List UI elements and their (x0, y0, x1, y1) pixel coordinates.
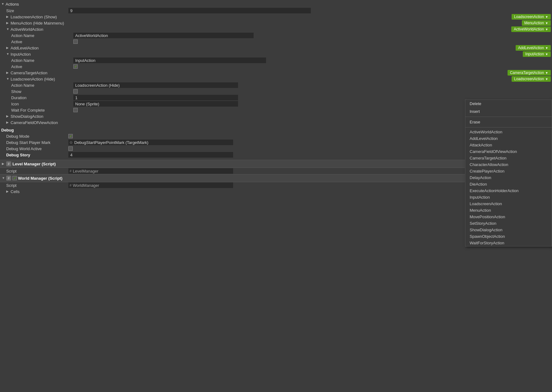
loadscreen-show-label: LoadscreenAction (Show) (11, 15, 57, 19)
add-level-triangle[interactable] (6, 46, 10, 50)
menu-action-arrow: ▼ (545, 21, 548, 25)
active-world-name-input[interactable] (73, 33, 254, 38)
inspector-panel: Actions Size LoadscreenAction (Show) Loa… (0, 0, 552, 392)
loadscreen-hide-row: LoadscreenAction (Hide) LoadscreenAction… (0, 76, 552, 82)
ctx-die[interactable]: DieAction (465, 181, 552, 187)
camera-fov-triangle[interactable] (6, 121, 10, 124)
loadscreen-hide-duration-input[interactable] (73, 95, 238, 100)
input-action-badge[interactable]: InputAction ▼ (523, 51, 551, 57)
menu-action-badge[interactable]: MenuAction ▼ (522, 20, 551, 26)
debug-mode-label: Debug Mode (6, 134, 29, 139)
ctx-active-world[interactable]: ActiveWorldAction (465, 129, 552, 135)
ctx-camera-fov[interactable]: CameraFieldOfViewAction (465, 148, 552, 155)
menu-action-triangle[interactable] (6, 21, 10, 25)
ctx-spawn-object[interactable]: SpawnObjectAction (465, 233, 552, 240)
camera-target-triangle[interactable] (6, 71, 10, 75)
ctx-show-dialog[interactable]: ShowDialogAction (465, 227, 552, 233)
input-action-name-input[interactable] (73, 58, 266, 63)
ctx-wait-story[interactable]: WaitForStoryAction (465, 240, 552, 246)
cells-triangle[interactable] (6, 190, 10, 193)
loadscreen-show-arrow: ▼ (545, 15, 548, 19)
loadscreen-hide-show-label: Show (11, 89, 21, 94)
loadscreen-hide-label: LoadscreenAction (Hide) (11, 77, 55, 81)
debug-start-label: Debug Start Player Mark (6, 140, 50, 145)
loadscreen-show-row: LoadscreenAction (Show) LoadscreenAction… (0, 14, 552, 20)
debug-start-input[interactable] (72, 140, 233, 145)
level-manager-triangle[interactable] (2, 162, 6, 166)
ctx-loadscreen[interactable]: LoadscreenAction (465, 201, 552, 207)
debug-story-input[interactable] (68, 152, 233, 158)
ctx-input[interactable]: InputAction (465, 194, 552, 201)
loadscreen-hide-triangle[interactable] (6, 77, 10, 81)
size-input[interactable] (68, 8, 311, 13)
show-dialog-label: ShowDialogAction (11, 114, 44, 119)
ctx-character-allow[interactable]: CharacterAllowAction (465, 161, 552, 168)
loadscreen-hide-name-row: Action Name (0, 82, 552, 88)
camera-target-badge[interactable]: CameraTargetAction ▼ (508, 70, 551, 76)
debug-start-icon: ⊙ (68, 141, 72, 145)
context-menu: Delete Insert Erase ActiveWorldAction Ad… (465, 99, 552, 247)
world-manager-script-icon: # (70, 183, 71, 187)
loadscreen-hide-wait-checkbox[interactable] (73, 108, 78, 112)
loadscreen-show-triangle[interactable] (6, 15, 10, 19)
add-level-label: AddLevelAction (11, 46, 39, 50)
actions-triangle[interactable] (1, 2, 5, 6)
ctx-menu[interactable]: MenuAction (465, 207, 552, 214)
world-manager-script-value[interactable]: # WorldManager (68, 182, 233, 188)
input-action-active-label: Active (11, 64, 22, 69)
input-action-name-row: Action Name (0, 57, 552, 63)
actions-header[interactable]: Actions (0, 1, 552, 7)
menu-action-row: MenuAction (Hide Mainmenu) MenuAction ▼ (0, 20, 552, 26)
debug-world-active-checkbox[interactable] (68, 146, 73, 151)
active-world-row: ActiveWorldAction ActiveWorldAction ▼ (0, 26, 552, 32)
actions-title: Actions (6, 2, 19, 7)
ctx-add-level[interactable]: AddLevelAction (465, 135, 552, 142)
world-manager-active-checkbox[interactable] (12, 176, 17, 180)
active-world-badge[interactable]: ActiveWorldAction ▼ (511, 26, 551, 32)
debug-mode-checkbox[interactable] (68, 134, 73, 138)
size-row: Size (0, 7, 552, 14)
ctx-insert[interactable]: Insert (465, 108, 552, 115)
debug-world-active-label: Debug World Active (6, 146, 42, 151)
input-action-active-checkbox[interactable] (73, 64, 78, 69)
loadscreen-hide-name-input[interactable] (73, 82, 238, 88)
loadscreen-hide-arrow: ▼ (545, 77, 548, 81)
loadscreen-hide-icon-input[interactable] (73, 101, 238, 107)
ctx-move-position[interactable]: MovePositionAction (465, 214, 552, 220)
active-world-triangle[interactable] (6, 27, 10, 31)
loadscreen-hide-show-row: Show (0, 88, 552, 95)
input-action-label: InputAction (11, 52, 31, 57)
ctx-set-story[interactable]: SetStoryAction (465, 220, 552, 227)
active-world-active-row: Active (0, 39, 552, 45)
loadscreen-show-badge[interactable]: LoadscreenAction ▼ (512, 14, 551, 20)
input-action-triangle[interactable] (6, 52, 10, 56)
active-world-arrow: ▼ (545, 28, 548, 31)
active-world-active-checkbox[interactable] (73, 39, 78, 44)
active-world-name-label: Action Name (11, 33, 34, 38)
ctx-erase[interactable]: Erase (465, 118, 552, 126)
ctx-camera-target[interactable]: CameraTargetAction (465, 155, 552, 161)
add-level-badge[interactable]: AddLevelAction ▼ (516, 45, 551, 51)
level-manager-hash-icon: # (6, 161, 11, 166)
ctx-separator-2 (465, 127, 552, 127)
menu-action-label: MenuAction (Hide Mainmenu) (11, 21, 64, 25)
ctx-attack[interactable]: AttackAction (465, 142, 552, 148)
debug-title: Debug (1, 128, 14, 132)
active-world-label: ActiveWorldAction (11, 27, 43, 32)
show-dialog-triangle[interactable] (6, 114, 10, 118)
loadscreen-hide-wait-label: Wait For Complete (11, 108, 45, 113)
ctx-delay[interactable]: DelayAction (465, 174, 552, 181)
level-manager-script-label: Script (6, 169, 16, 173)
camera-target-arrow: ▼ (545, 71, 548, 75)
level-manager-script-value[interactable]: # LevelManager (68, 168, 233, 174)
loadscreen-hide-badge[interactable]: LoadscreenAction ▼ (512, 76, 551, 82)
ctx-execute-holder[interactable]: ExecuteActionHolderAction (465, 187, 552, 194)
ctx-delete[interactable]: Delete (465, 100, 552, 108)
loadscreen-hide-show-checkbox[interactable] (73, 89, 78, 94)
world-manager-triangle[interactable] (2, 176, 6, 180)
ctx-create-player[interactable]: CreatePlayerAction (465, 168, 552, 174)
active-world-name-row: Action Name (0, 32, 552, 39)
active-world-active-label: Active (11, 39, 22, 44)
loadscreen-hide-icon-label: Icon (11, 102, 19, 106)
level-manager-script-icon: # (70, 169, 71, 173)
